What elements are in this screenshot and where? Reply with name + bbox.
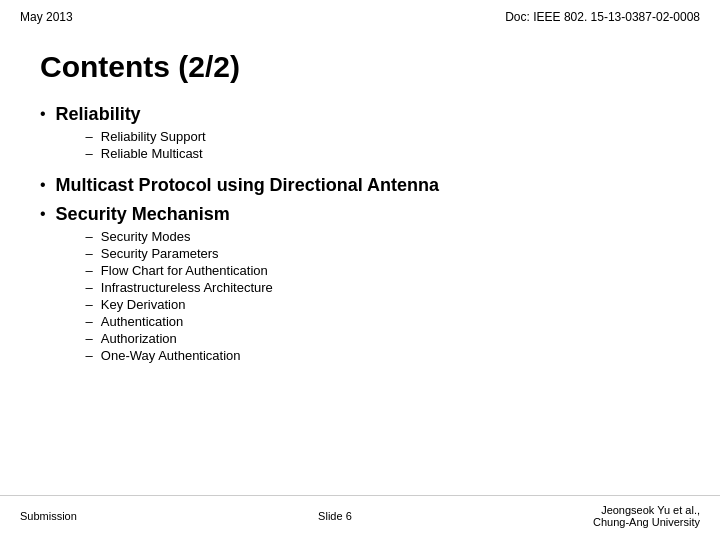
sub-item: – Authentication — [86, 314, 273, 329]
sub-dash: – — [86, 229, 93, 244]
sub-text-security-parameters: Security Parameters — [101, 246, 219, 261]
slide-title: Contents (2/2) — [40, 50, 680, 84]
sub-dash: – — [86, 280, 93, 295]
sub-list-reliability: – Reliability Support – Reliable Multica… — [86, 129, 206, 161]
sub-dash: – — [86, 129, 93, 144]
sub-text-key-derivation: Key Derivation — [101, 297, 186, 312]
sub-text-authentication: Authentication — [101, 314, 183, 329]
sub-item: – Security Parameters — [86, 246, 273, 261]
bullet-dot-3: • — [40, 205, 46, 223]
slide-header: May 2013 Doc: IEEE 802. 15-13-0387-02-00… — [0, 0, 720, 30]
sub-dash: – — [86, 348, 93, 363]
footer-author: Jeongseok Yu et al., Chung-Ang Universit… — [593, 504, 700, 528]
header-doc-id: Doc: IEEE 802. 15-13-0387-02-0008 — [505, 10, 700, 24]
bullet-label-multicast: Multicast Protocol using Directional Ant… — [56, 175, 439, 196]
sub-text-authorization: Authorization — [101, 331, 177, 346]
bullet-label-security: Security Mechanism — [56, 204, 230, 224]
footer-submission: Submission — [20, 510, 77, 522]
header-date: May 2013 — [20, 10, 73, 24]
sub-dash: – — [86, 331, 93, 346]
slide: May 2013 Doc: IEEE 802. 15-13-0387-02-00… — [0, 0, 720, 540]
footer-author-line2: Chung-Ang University — [593, 516, 700, 528]
sub-text-infrastructureless: Infrastructureless Architecture — [101, 280, 273, 295]
sub-dash: – — [86, 314, 93, 329]
sub-item: – Reliable Multicast — [86, 146, 206, 161]
sub-dash: – — [86, 263, 93, 278]
bullet-item-multicast: • Multicast Protocol using Directional A… — [40, 175, 680, 196]
sub-item: – Authorization — [86, 331, 273, 346]
footer-slide-number: Slide 6 — [318, 510, 352, 522]
sub-item: – One-Way Authentication — [86, 348, 273, 363]
footer-author-line1: Jeongseok Yu et al., — [601, 504, 700, 516]
bullet-dot-2: • — [40, 176, 46, 194]
sub-list-security: – Security Modes – Security Parameters –… — [86, 229, 273, 363]
sub-text-security-modes: Security Modes — [101, 229, 191, 244]
bullet-item-security: • Security Mechanism – Security Modes – … — [40, 204, 680, 369]
sub-item: – Security Modes — [86, 229, 273, 244]
sub-item: – Key Derivation — [86, 297, 273, 312]
bullet-item-reliability: • Reliability – Reliability Support – Re… — [40, 104, 680, 167]
sub-dash: – — [86, 246, 93, 261]
sub-item: – Infrastructureless Architecture — [86, 280, 273, 295]
bullet-list: • Reliability – Reliability Support – Re… — [40, 104, 680, 369]
slide-content: Contents (2/2) • Reliability – Reliabili… — [0, 30, 720, 397]
sub-text-one-way-auth: One-Way Authentication — [101, 348, 241, 363]
sub-text-flow-chart: Flow Chart for Authentication — [101, 263, 268, 278]
sub-item: – Flow Chart for Authentication — [86, 263, 273, 278]
sub-dash: – — [86, 146, 93, 161]
sub-dash: – — [86, 297, 93, 312]
sub-item: – Reliability Support — [86, 129, 206, 144]
sub-text-reliable-multicast: Reliable Multicast — [101, 146, 203, 161]
sub-text-reliability-support: Reliability Support — [101, 129, 206, 144]
bullet-dot-1: • — [40, 105, 46, 123]
slide-footer: Submission Slide 6 Jeongseok Yu et al., … — [0, 495, 720, 528]
bullet-label-reliability: Reliability — [56, 104, 141, 124]
